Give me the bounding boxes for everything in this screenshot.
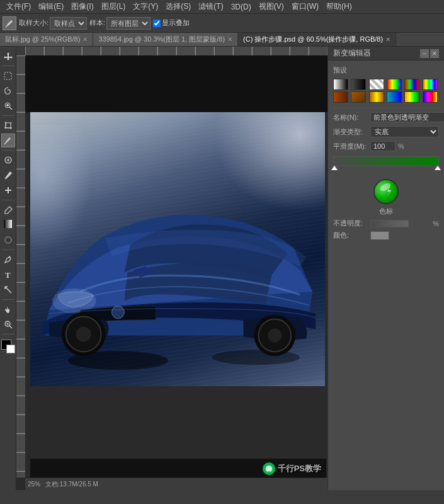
tool-sep-2 <box>2 115 14 116</box>
tools-panel: T <box>0 47 16 490</box>
menu-item-3d[interactable]: 3D(D) <box>227 3 255 11</box>
sample-size-label: 取样大小: <box>19 18 48 28</box>
tab-0[interactable]: 鼠标.jpg @ 25%(RGB/8) ✕ <box>0 33 93 47</box>
show-overlay-label: 显示叠加 <box>162 18 190 28</box>
clone-stamp-tool[interactable] <box>1 183 15 197</box>
pen-tool[interactable] <box>1 253 15 266</box>
menu-item-image[interactable]: 图像(I) <box>67 1 97 12</box>
type-select[interactable]: 实底 <box>370 126 439 137</box>
tab-1-label: 339854.jpg @ 30.3%(图层 1, 图层蒙版/8) <box>98 35 225 44</box>
watermark-text: 千行PS教学 <box>278 463 321 474</box>
lasso-tool[interactable] <box>1 84 15 98</box>
eyedropper-tool-icon[interactable] <box>3 16 16 30</box>
svg-point-16 <box>8 256 10 258</box>
blur-tool[interactable] <box>1 233 15 247</box>
streaks <box>30 175 325 386</box>
svg-point-13 <box>4 178 6 180</box>
brush-tool[interactable] <box>1 168 15 182</box>
svg-point-15 <box>5 237 11 243</box>
menu-item-select[interactable]: 选择(S) <box>162 1 195 12</box>
quick-select-tool[interactable] <box>1 99 15 113</box>
preset-swatch-2[interactable] <box>351 79 366 90</box>
marquee-tool[interactable] <box>1 69 15 83</box>
menu-bar: 文件(F) 编辑(E) 图像(I) 图层(L) 文字(Y) 选择(S) 滤镜(T… <box>0 0 444 14</box>
preset-swatch-5[interactable] <box>404 79 419 90</box>
type-tool[interactable]: T <box>1 268 15 282</box>
color-swatches[interactable] <box>1 340 15 353</box>
tab-0-label: 鼠标.jpg @ 25%(RGB/8) <box>5 35 80 44</box>
eraser-tool[interactable] <box>1 203 15 217</box>
tab-1[interactable]: 339854.jpg @ 30.3%(图层 1, 图层蒙版/8) ✕ <box>93 33 238 47</box>
smoothness-unit: % <box>398 142 404 150</box>
preset-swatch-9[interactable] <box>369 91 384 103</box>
preset-swatch-4[interactable] <box>387 79 402 90</box>
preset-swatch-7[interactable] <box>333 91 348 103</box>
color-circle[interactable] <box>373 179 399 204</box>
move-tool[interactable] <box>1 49 15 63</box>
menu-item-filter[interactable]: 滤镜(T) <box>195 1 227 12</box>
tab-2[interactable]: (C) 操作步骤.psd @ 60.5%(操作步骤, RGB/8) ✕ <box>238 33 396 47</box>
color-stop-label: 色标 <box>379 207 393 216</box>
preset-swatch-6[interactable] <box>423 79 438 90</box>
preset-swatch-12[interactable] <box>423 91 438 103</box>
panel-title: 新变编辑器 <box>333 48 371 59</box>
menu-item-window[interactable]: 窗口(W) <box>288 1 322 12</box>
gradient-stop-left[interactable] <box>331 166 338 170</box>
divider-1 <box>333 108 439 108</box>
color-swatch[interactable] <box>370 231 389 240</box>
tab-2-close[interactable]: ✕ <box>385 36 390 43</box>
opacity-bar[interactable] <box>370 220 409 227</box>
sample-size-select[interactable]: 取样点 <box>50 17 87 30</box>
menu-item-help[interactable]: 帮助(H) <box>322 1 356 12</box>
show-overlay-group[interactable]: 显示叠加 <box>153 18 190 28</box>
menu-item-file[interactable]: 文件(F) <box>3 1 35 12</box>
preset-swatch-8[interactable] <box>351 91 366 103</box>
menu-item-view[interactable]: 视图(V) <box>255 1 288 12</box>
tool-sep-4 <box>2 200 14 200</box>
tab-1-close[interactable]: ✕ <box>227 36 232 43</box>
eyedropper-tool[interactable] <box>1 134 15 147</box>
gradient-stop-right[interactable] <box>435 166 441 170</box>
smoothness-input[interactable] <box>370 141 396 151</box>
doc-info: 文档:13.7M/26.5 M <box>45 480 98 489</box>
gradient-bar[interactable] <box>333 156 439 166</box>
crop-tool[interactable] <box>1 118 15 132</box>
tool-sep-7 <box>2 334 14 335</box>
panel-minimize-btn[interactable]: ─ <box>420 49 429 58</box>
opacity-row: 不透明度: % <box>333 219 439 228</box>
preset-swatch-1[interactable] <box>333 79 348 90</box>
tab-bar: 鼠标.jpg @ 25%(RGB/8) ✕ 339854.jpg @ 30.3%… <box>0 33 444 47</box>
menu-item-type[interactable]: 文字(Y) <box>129 1 162 12</box>
gradient-bar-area <box>333 156 439 166</box>
sample-select[interactable]: 所有图层 <box>106 17 151 30</box>
watermark-icon <box>263 462 275 475</box>
zoom-tool[interactable] <box>1 318 15 331</box>
smoothness-label: 平滑度(M): <box>333 142 368 151</box>
background-swatch[interactable] <box>6 345 15 353</box>
name-input[interactable] <box>370 112 444 122</box>
svg-line-0 <box>6 25 8 27</box>
type-label: 渐变类型: <box>333 127 368 137</box>
preset-swatch-3[interactable] <box>369 79 384 90</box>
show-overlay-checkbox[interactable] <box>153 20 161 27</box>
workspace: T <box>0 47 444 490</box>
spot-heal-tool[interactable] <box>1 153 15 167</box>
hand-tool[interactable] <box>1 302 15 316</box>
gradient-tool[interactable] <box>1 218 15 232</box>
sample-group: 样本: 所有图层 <box>89 17 151 30</box>
tool-sep-1 <box>2 66 14 66</box>
svg-line-9 <box>4 143 6 144</box>
svg-rect-1 <box>4 72 11 79</box>
panel-controls: ─ ✕ <box>420 49 439 58</box>
color-row: 颜色: <box>333 231 439 240</box>
tool-sep-5 <box>2 249 14 250</box>
tab-0-close[interactable]: ✕ <box>83 36 88 43</box>
smoothness-row: 平滑度(M): % <box>333 141 439 151</box>
menu-item-layer[interactable]: 图层(L) <box>98 1 130 12</box>
path-select-tool[interactable] <box>1 283 15 297</box>
car-image <box>30 112 325 386</box>
preset-swatch-10[interactable] <box>387 91 402 103</box>
preset-swatch-11[interactable] <box>404 91 419 103</box>
panel-close-btn[interactable]: ✕ <box>430 49 439 58</box>
menu-item-edit[interactable]: 编辑(E) <box>35 1 67 12</box>
